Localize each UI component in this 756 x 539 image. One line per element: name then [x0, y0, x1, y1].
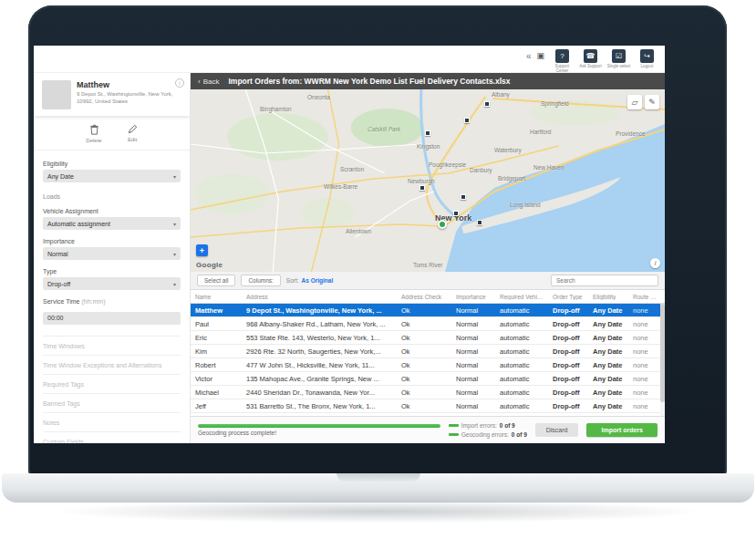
cell-eligibility: Any Date	[588, 389, 628, 397]
map-order-marker[interactable]	[464, 118, 470, 123]
cell-eligibility: Any Date	[588, 361, 628, 369]
select-all-button[interactable]: Select all	[197, 275, 235, 286]
cell-name: Paul	[191, 320, 242, 328]
map-order-marker[interactable]	[484, 101, 490, 107]
column-header[interactable]: Name	[191, 294, 242, 300]
cell-route-check: none	[628, 306, 665, 315]
trash-icon	[89, 124, 99, 136]
map[interactable]: Oneonta Binghamton Albany Springfield Pr…	[191, 89, 665, 272]
cell-address: 531 Barretto St., The Bronx, New York, 1…	[242, 402, 397, 410]
table-row[interactable]: Michael 2440 Sheridan Dr., Tonawanda, Ne…	[191, 386, 665, 399]
map-order-marker[interactable]	[419, 185, 425, 191]
columns-button[interactable]: Columns:	[241, 275, 280, 286]
column-header[interactable]: Order Type	[548, 294, 588, 300]
eligibility-label: Eligibility	[43, 161, 181, 167]
map-order-marker[interactable]	[425, 130, 430, 136]
import-footer: Geocoding process complete! Import error…	[191, 416, 665, 443]
sidebar-collapsed-section[interactable]: Required Tags	[43, 374, 181, 393]
multi-select-icon[interactable]: ▣	[536, 51, 544, 60]
order-actions: Delete Edit	[34, 116, 190, 150]
sidebar-collapsed-section[interactable]: Banned Tags	[43, 393, 181, 412]
back-button[interactable]: ‹ Back	[198, 78, 219, 86]
profile-text: Matthew 9 Depot St., Washingtonville, Ne…	[77, 80, 181, 109]
zoom-in-button[interactable]: +	[196, 244, 208, 256]
import-header-bar: ‹ Back Import Orders from: WWRM New York…	[191, 73, 665, 89]
delete-button[interactable]: Delete	[86, 124, 101, 143]
table-row[interactable]: Robert 477 W John St., Hicksville, New Y…	[191, 358, 665, 372]
import-orders-button[interactable]: Import orders	[586, 423, 658, 437]
collapse-panel-icon[interactable]: «	[526, 51, 532, 61]
map-city-label: Danbury	[470, 167, 492, 173]
table-header-row: Name Address Address Check Importance Re…	[191, 290, 665, 304]
table-row[interactable]: Victor 135 Mahopac Ave., Granite Springs…	[191, 372, 665, 386]
importance-select[interactable]: Normal ▾	[43, 247, 181, 260]
sidebar-collapsed-section[interactable]: Custom Fields	[43, 431, 181, 444]
topbar-button-icon: ?	[555, 49, 569, 63]
topbar-right-cluster: « ▣ ? Support Center ☎ Ask Support	[526, 49, 659, 73]
import-errors-indicator	[449, 424, 459, 427]
cell-importance: Normal	[451, 347, 495, 356]
column-header[interactable]: Eligibility	[588, 294, 628, 300]
map-order-marker[interactable]	[453, 211, 459, 216]
map-order-marker[interactable]	[477, 220, 482, 225]
edit-label: Edit	[128, 137, 137, 142]
map-tool-button[interactable]: ▱	[627, 95, 642, 109]
table-body: Matthew 9 Depot St., Washingtonville, Ne…	[191, 304, 665, 413]
vehicle-assignment-select[interactable]: Automatic assignment ▾	[43, 217, 181, 230]
column-header[interactable]: Route Check	[628, 294, 665, 300]
sort-label: Sort:	[286, 277, 299, 284]
cell-address: 9 Depot St., Washingtonville, New York, …	[242, 306, 397, 315]
map-order-marker[interactable]	[461, 194, 466, 200]
table-row[interactable]: Matthew 9 Depot St., Washingtonville, Ne…	[191, 304, 665, 317]
cell-order-type: Drop-off	[548, 320, 588, 328]
chevron-down-icon: ▾	[173, 251, 176, 257]
topbar-button[interactable]: ☑ Single select	[606, 49, 631, 73]
info-icon[interactable]: i	[175, 78, 184, 88]
table-row[interactable]: Jeff 531 Barretto St., The Bronx, New Yo…	[191, 399, 665, 413]
map-city-label: Hartford	[530, 129, 551, 135]
column-header[interactable]: Address	[242, 294, 397, 300]
service-time-input[interactable]	[43, 312, 181, 325]
column-header[interactable]: Importance	[451, 294, 495, 300]
cell-address-check: Ok	[397, 306, 451, 315]
map-city-label: Providence	[616, 130, 646, 137]
column-header[interactable]: Address Check	[397, 294, 451, 300]
cell-address-check: Ok	[397, 389, 451, 397]
topbar-button[interactable]: ☎ Ask Support	[578, 49, 603, 73]
eligibility-select[interactable]: Any Date ▾	[43, 170, 181, 182]
type-select[interactable]: Drop-off ▾	[43, 277, 181, 290]
app-screen: « ▣ ? Support Center ☎ Ask Support	[34, 46, 665, 443]
map-tool-button[interactable]: ✎	[645, 95, 659, 109]
order-name: Matthew	[77, 80, 181, 89]
topbar-button[interactable]: ? Support Center	[550, 49, 575, 73]
cell-route-check: none	[628, 375, 665, 383]
sort-value-link[interactable]: As Original	[302, 277, 334, 284]
cell-eligibility: Any Date	[588, 402, 628, 410]
edit-button[interactable]: Edit	[128, 124, 138, 143]
cell-importance: Normal	[451, 375, 495, 383]
cell-route-check: none	[628, 389, 665, 397]
cell-route-check: none	[628, 402, 665, 410]
discard-button[interactable]: Discard	[535, 423, 579, 437]
search-input[interactable]	[551, 275, 658, 286]
table-row[interactable]: Kim 2926 Rte. 32 North, Saugerties, New …	[191, 345, 665, 358]
cell-order-type: Drop-off	[548, 389, 588, 397]
map-order-marker[interactable]	[438, 220, 447, 229]
geocoding-progress: Geocoding process complete!	[198, 424, 440, 436]
main-panel: ‹ Back Import Orders from: WWRM New York…	[191, 73, 665, 443]
scrollbar-thumb[interactable]	[660, 304, 665, 402]
column-header[interactable]: Required Vehicle	[495, 294, 548, 300]
order-fields: Eligibility Any Date ▾ Loads Vehicle Ass…	[34, 150, 190, 443]
sidebar-collapsed-section[interactable]: Time Windows	[43, 336, 181, 355]
window-topbar: « ▣ ? Support Center ☎ Ask Support	[34, 46, 665, 73]
loads-section-label[interactable]: Loads	[43, 193, 181, 200]
topbar-button[interactable]: ↪ Logout	[635, 49, 659, 73]
cell-address: 968 Albany-Shaker Rd., Latham, New York,…	[242, 320, 397, 328]
map-info-button[interactable]: i	[650, 258, 660, 268]
table-row[interactable]: Paul 968 Albany-Shaker Rd., Latham, New …	[191, 317, 665, 331]
sidebar-collapsed-section[interactable]: Notes	[43, 412, 181, 431]
table-scrollbar[interactable]	[660, 304, 665, 416]
table-row[interactable]: Eric 553 State Rte. 143, Westerlo, New Y…	[191, 331, 665, 345]
sidebar-collapsed-section[interactable]: Time Window Exceptions and Alternations	[43, 355, 181, 374]
progress-bar	[198, 424, 440, 428]
